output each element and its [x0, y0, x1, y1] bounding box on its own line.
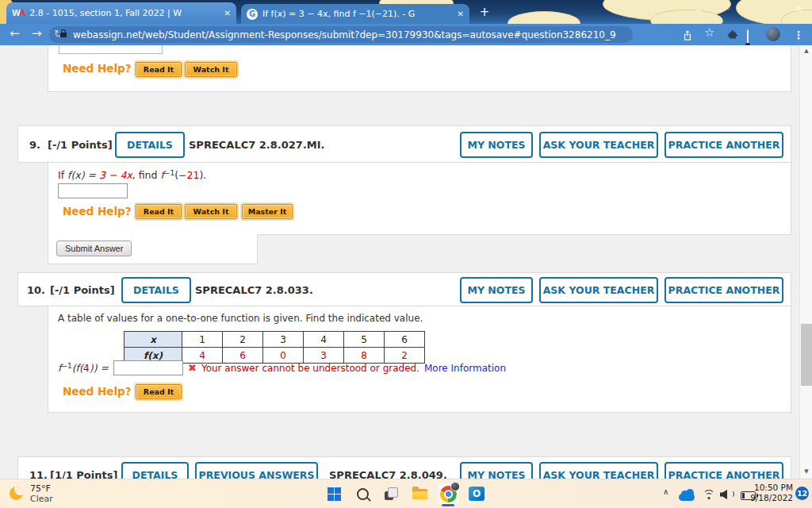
table-cell: 1	[182, 332, 223, 348]
lock-icon	[60, 33, 67, 37]
question-number: 9.	[29, 139, 40, 151]
master-it-button[interactable]: Master It	[242, 204, 293, 219]
practice-another-button[interactable]: PRACTICE ANOTHER	[665, 132, 783, 158]
table-header-cell: x	[124, 332, 182, 348]
bookmark-star-icon[interactable]: ☆	[704, 25, 714, 40]
question-points: [-/1 Points]	[50, 284, 115, 296]
tab-google-search[interactable]: G If f(x) = 3 − 4x, find f −1(−21). - G …	[241, 4, 469, 24]
cloud-decoration	[508, 11, 580, 24]
windows-logo-icon	[327, 487, 341, 501]
weather-temperature: 75°F	[30, 483, 51, 494]
folder-icon	[412, 489, 427, 499]
extensions-icon[interactable]	[726, 29, 738, 44]
search-icon	[357, 488, 369, 500]
url-text: webassign.net/web/Student/Assignment-Res…	[73, 29, 616, 40]
question-prompt: A table of values for a one-to-one funct…	[58, 313, 423, 324]
scroll-down-icon[interactable]: ▼	[800, 468, 812, 475]
scrollbar[interactable]: ▲ ▼	[799, 45, 812, 479]
answer-input[interactable]	[58, 183, 128, 198]
clock[interactable]: 10:50 PM 9/18/2022	[750, 483, 793, 503]
browser-toolbar: ← → ↻ webassign.net/web/Student/Assignme…	[0, 24, 812, 45]
wifi-icon[interactable]	[703, 490, 715, 500]
volume-icon[interactable]	[720, 490, 727, 499]
window-caret-icon[interactable]: ⌄	[695, 3, 703, 14]
tab-webassign[interactable]: WA 2.8 - 1015, section 1, Fall 2022 | W …	[6, 2, 236, 24]
notification-badge[interactable]: 12	[795, 487, 809, 500]
question-number: 10.	[27, 284, 45, 296]
my-notes-button[interactable]: MY NOTES	[460, 277, 533, 303]
hidden-icons-chevron[interactable]: ∧	[663, 487, 668, 496]
chrome-taskbar-button[interactable]	[438, 483, 458, 505]
window-minimize-button[interactable]: –	[726, 3, 731, 14]
submit-area: Submit Answer	[48, 235, 258, 264]
read-it-button[interactable]: Read It	[136, 204, 182, 219]
window-maximize-button[interactable]: ▢	[763, 3, 772, 14]
watch-it-button[interactable]: Watch It	[185, 62, 237, 77]
table-cell: 3	[263, 332, 304, 348]
answer-expression: f−1(f(4)) =	[58, 362, 109, 374]
scroll-up-icon[interactable]: ▲	[800, 48, 812, 54]
question-code: SPRECALC7 2.8.033.	[195, 284, 313, 296]
table-cell: 6	[385, 332, 425, 348]
active-app-indicator	[442, 504, 454, 506]
watch-it-button[interactable]: Watch It	[185, 204, 237, 219]
read-it-button[interactable]: Read It	[136, 384, 182, 399]
table-cell: 2	[223, 332, 263, 348]
window-close-button[interactable]: ✕	[795, 3, 802, 14]
start-button[interactable]	[324, 483, 344, 505]
need-help-label: Need Help?	[63, 62, 132, 75]
details-button[interactable]: DETAILS	[115, 132, 185, 158]
close-tab-icon[interactable]: ✕	[224, 9, 231, 17]
more-information-link[interactable]: More Information	[424, 363, 506, 374]
my-notes-button[interactable]: MY NOTES	[460, 132, 533, 158]
close-tab-icon[interactable]: ✕	[458, 10, 464, 18]
moon-icon	[10, 487, 23, 500]
volume-wave-icon	[728, 491, 734, 498]
card-divider	[258, 234, 791, 235]
chrome-profile-badge	[450, 482, 460, 491]
forward-button[interactable]: →	[32, 26, 42, 40]
question-code: SPRECALC7 2.8.027.MI.	[189, 139, 325, 151]
outlook-button[interactable]: O	[466, 483, 487, 505]
question9-header: 9. [-/1 Points] DETAILS SPRECALC7 2.8.02…	[17, 125, 791, 163]
task-view-button[interactable]	[381, 483, 401, 505]
task-view-icon	[385, 487, 398, 500]
ask-your-teacher-button[interactable]: ASK YOUR TEACHER	[539, 277, 658, 303]
new-tab-button[interactable]: +	[477, 5, 492, 19]
submit-answer-button[interactable]: Submit Answer	[56, 241, 132, 256]
answer-input[interactable]	[113, 360, 183, 375]
page-content: Need Help? Read It Watch It 9. [-/1 Poin…	[0, 45, 812, 479]
side-panel-icon[interactable]	[747, 29, 749, 46]
question-points: [-/1 Points]	[48, 139, 113, 151]
ask-your-teacher-button[interactable]: ASK YOUR TEACHER	[539, 132, 658, 158]
scrollbar-thumb[interactable]	[801, 324, 812, 386]
details-button[interactable]: DETAILS	[121, 277, 191, 303]
question9-body: If f(x) = 3 − 4x, find f−1(−21). Need He…	[48, 163, 791, 235]
profile-avatar[interactable]	[766, 27, 780, 41]
url-bar[interactable]: webassign.net/web/Student/Assignment-Res…	[49, 26, 633, 43]
tab-title: 2.8 - 1015, section 1, Fall 2022 | W	[29, 8, 219, 18]
onedrive-icon[interactable]	[679, 494, 695, 501]
browser-menu-icon[interactable]: ⋮	[793, 29, 804, 41]
tab-title: If f(x) = 3 − 4x, find f −1(−21). - G	[262, 9, 453, 19]
share-icon[interactable]	[682, 29, 693, 44]
time-text: 10:50 PM	[750, 483, 793, 493]
outlook-icon: O	[469, 487, 485, 501]
practice-another-button[interactable]: PRACTICE ANOTHER	[665, 277, 783, 303]
date-text: 9/18/2022	[750, 493, 793, 503]
back-button[interactable]: ←	[10, 26, 20, 40]
taskbar: 75°F Clear O ∧ 10:50 PM 9/18/2022 12	[0, 479, 812, 508]
question10-body: A table of values for a one-to-one funct…	[48, 306, 791, 413]
answer-box-partial[interactable]	[59, 45, 163, 54]
search-button[interactable]	[352, 483, 373, 505]
browser-tab-bar: WA 2.8 - 1015, section 1, Fall 2022 | W …	[0, 0, 812, 24]
google-icon: G	[247, 9, 258, 20]
desktop-screen: WA 2.8 - 1015, section 1, Fall 2022 | W …	[0, 0, 812, 508]
table-row-x: x 1 2 3 4 5 6	[124, 332, 425, 348]
file-explorer-button[interactable]	[409, 483, 430, 505]
question-prompt: If f(x) = 3 − 4x, find f−1(−21).	[58, 169, 206, 181]
table-cell: 5	[344, 332, 385, 348]
need-help-label: Need Help?	[63, 385, 132, 398]
question8-card: Need Help? Read It Watch It	[48, 45, 791, 92]
read-it-button[interactable]: Read It	[136, 62, 182, 77]
